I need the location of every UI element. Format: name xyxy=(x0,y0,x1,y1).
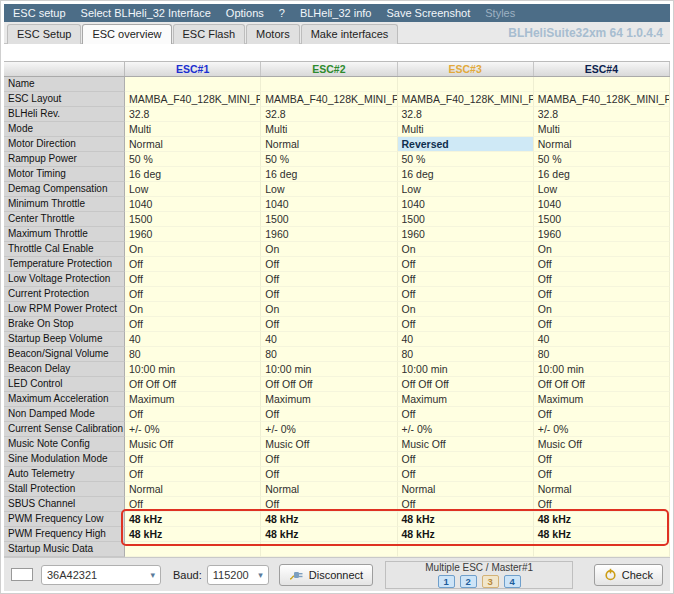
row-label: Music Note Config xyxy=(4,437,125,452)
cell-esc3-low-voltage-protection: Off xyxy=(398,272,534,287)
tab-make-interfaces[interactable]: Make interfaces xyxy=(301,24,399,44)
row-label: PWM Frequency High xyxy=(4,527,125,542)
cell-esc2-stall-protection: Normal xyxy=(261,482,397,497)
row-label: Center Throttle xyxy=(4,212,125,227)
esc-select-button-4[interactable]: 4 xyxy=(504,575,521,588)
cell-esc4-current-sense-calibration: +/- 0% xyxy=(534,422,670,437)
tab-esc-overview[interactable]: ESC overview xyxy=(82,24,171,44)
cell-esc1-led-control: Off Off Off xyxy=(125,377,261,392)
table-row-throttle-cal-enable: Throttle Cal EnableOnOnOnOn xyxy=(4,242,670,257)
cell-esc1-minimum-throttle: 1040 xyxy=(125,197,261,212)
cell-esc3-current-protection: Off xyxy=(398,287,534,302)
disconnect-button[interactable]: Disconnect xyxy=(279,564,373,586)
port-select[interactable]: 36A42321 ▾ xyxy=(41,565,161,585)
cell-esc3-temperature-protection: Off xyxy=(398,257,534,272)
cell-esc2-beacon-signal-volume: 80 xyxy=(261,347,397,362)
cell-esc3-auto-telemetry: Off xyxy=(398,467,534,482)
table-row-current-sense-calibration: Current Sense Calibration+/- 0%+/- 0%+/-… xyxy=(4,422,670,437)
tab-esc-setup[interactable]: ESC Setup xyxy=(7,24,81,44)
table-body: NameESC LayoutMAMBA_F40_128K_MINI_F42MAM… xyxy=(4,77,670,557)
row-label: Non Damped Mode xyxy=(4,407,125,422)
table-row-brake-on-stop: Brake On StopOffOffOffOff xyxy=(4,317,670,332)
menu-item-styles[interactable]: Styles xyxy=(485,7,515,19)
esc-select-button-1[interactable]: 1 xyxy=(438,575,455,588)
menu-item-options[interactable]: Options xyxy=(226,7,264,19)
cell-esc3-pwm-frequency-low: 48 kHz xyxy=(398,512,534,527)
multiple-esc-label: Multiple ESC / Master#1 xyxy=(386,562,572,574)
cell-esc1-mode: Multi xyxy=(125,122,261,137)
table-row-led-control: LED ControlOff Off OffOff Off OffOff Off… xyxy=(4,377,670,392)
disconnect-label: Disconnect xyxy=(309,569,363,581)
row-label: Beacon/Signal Volume xyxy=(4,347,125,362)
cell-esc1-auto-telemetry: Off xyxy=(125,467,261,482)
cell-esc1-beacon-delay: 10:00 min xyxy=(125,362,261,377)
cell-esc3-center-throttle: 1500 xyxy=(398,212,534,227)
row-label: Minimum Throttle xyxy=(4,197,125,212)
table-header-corner xyxy=(4,62,125,76)
cell-esc3-throttle-cal-enable: On xyxy=(398,242,534,257)
cell-esc1-stall-protection: Normal xyxy=(125,482,261,497)
tab-motors[interactable]: Motors xyxy=(246,24,300,44)
cell-esc2-current-sense-calibration: +/- 0% xyxy=(261,422,397,437)
cell-esc4-mode: Multi xyxy=(534,122,670,137)
cell-esc2-music-note-config: Music Off xyxy=(261,437,397,452)
cell-esc1-maximum-throttle: 1960 xyxy=(125,227,261,242)
menu-item-blheli-32-info[interactable]: BLHeli_32 info xyxy=(300,7,372,19)
row-label: Current Sense Calibration xyxy=(4,422,125,437)
cell-esc4-non-damped-mode: Off xyxy=(534,407,670,422)
cell-esc1-demag-compensation: Low xyxy=(125,182,261,197)
baud-value: 115200 xyxy=(213,569,249,581)
row-label: Current Protection xyxy=(4,287,125,302)
table-row-current-protection: Current ProtectionOffOffOffOff xyxy=(4,287,670,302)
table-row-center-throttle: Center Throttle1500150015001500 xyxy=(4,212,670,227)
menu-item-[interactable]: ? xyxy=(279,7,285,19)
tab-esc-flash[interactable]: ESC Flash xyxy=(173,24,246,44)
row-label: Beacon Delay xyxy=(4,362,125,377)
baud-select[interactable]: 115200 ▾ xyxy=(207,565,269,585)
menu-item-save-screenshot[interactable]: Save Screenshot xyxy=(386,7,470,19)
cell-esc3-startup-music-data xyxy=(398,542,534,557)
check-label: Check xyxy=(622,569,653,581)
table-row-sine-modulation-mode: Sine Modulation ModeOffOffOffOff xyxy=(4,452,670,467)
cell-esc3-demag-compensation: Low xyxy=(398,182,534,197)
cell-esc2-startup-beep-volume: 40 xyxy=(261,332,397,347)
cell-esc3-maximum-throttle: 1960 xyxy=(398,227,534,242)
table-row-low-voltage-protection: Low Voltage ProtectionOffOffOffOff xyxy=(4,272,670,287)
table-row-name: Name xyxy=(4,77,670,92)
check-button[interactable]: Check xyxy=(594,564,663,586)
row-label: Sine Modulation Mode xyxy=(4,452,125,467)
cell-esc4-led-control: Off Off Off xyxy=(534,377,670,392)
cell-esc4-current-protection: Off xyxy=(534,287,670,302)
version-label: BLHeliSuite32xm 64 1.0.4.4 xyxy=(508,26,667,40)
cell-esc4-music-note-config: Music Off xyxy=(534,437,670,452)
cell-esc4-brake-on-stop: Off xyxy=(534,317,670,332)
power-check-icon xyxy=(604,568,617,581)
menu-item-esc-setup[interactable]: ESC setup xyxy=(13,7,66,19)
row-label: Low RPM Power Protect xyxy=(4,302,125,317)
cell-esc2-low-rpm-power-protect: On xyxy=(261,302,397,317)
cell-esc1-throttle-cal-enable: On xyxy=(125,242,261,257)
cell-esc1-blheli-rev: 32.8 xyxy=(125,107,261,122)
row-label: LED Control xyxy=(4,377,125,392)
cell-esc4-motor-timing: 16 deg xyxy=(534,167,670,182)
row-label: Maximum Throttle xyxy=(4,227,125,242)
cell-esc2-rampup-power: 50 % xyxy=(261,152,397,167)
esc-select-button-3[interactable]: 3 xyxy=(482,575,499,588)
row-label: BLHeli Rev. xyxy=(4,107,125,122)
cell-esc1-esc-layout: MAMBA_F40_128K_MINI_F42 xyxy=(125,92,261,107)
row-label: Maximum Acceleration xyxy=(4,392,125,407)
menu-item-select-blheli-32-interface[interactable]: Select BLHeli_32 Interface xyxy=(81,7,211,19)
cell-esc3-led-control: Off Off Off xyxy=(398,377,534,392)
cell-esc1-sine-modulation-mode: Off xyxy=(125,452,261,467)
cell-esc4-maximum-acceleration: Maximum xyxy=(534,392,670,407)
status-bar: 36A42321 ▾ Baud: 115200 ▾ Disconnect Mul… xyxy=(4,557,670,591)
esc-select-button-2[interactable]: 2 xyxy=(460,575,477,588)
cell-esc2-temperature-protection: Off xyxy=(261,257,397,272)
cell-esc2-blheli-rev: 32.8 xyxy=(261,107,397,122)
cell-esc3-name xyxy=(398,77,534,92)
cell-esc2-led-control: Off Off Off xyxy=(261,377,397,392)
menu-bar: ESC setupSelect BLHeli_32 InterfaceOptio… xyxy=(4,4,670,22)
cell-esc3-beacon-delay: 10:00 min xyxy=(398,362,534,377)
cell-esc4-pwm-frequency-high: 48 kHz xyxy=(534,527,670,542)
cell-esc4-demag-compensation: Low xyxy=(534,182,670,197)
